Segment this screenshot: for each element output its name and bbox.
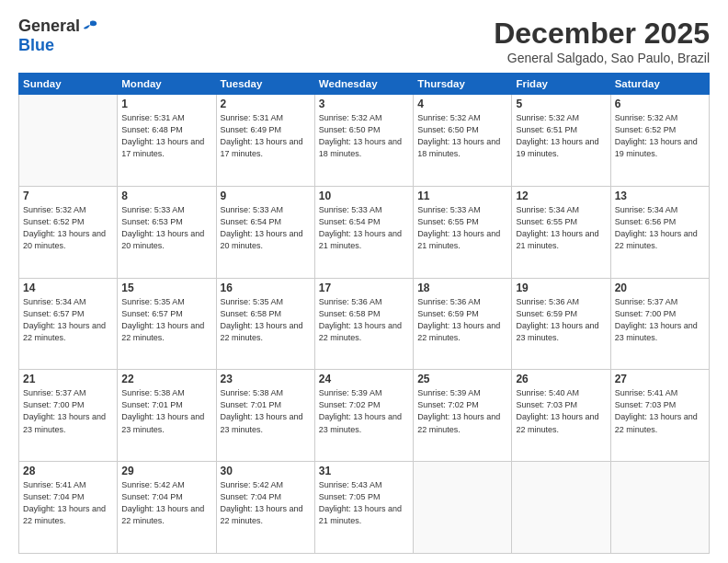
day-number: 18 xyxy=(417,282,507,294)
table-row: 3Sunrise: 5:32 AMSunset: 6:50 PMDaylight… xyxy=(314,95,413,187)
table-row: 6Sunrise: 5:32 AMSunset: 6:52 PMDaylight… xyxy=(610,95,709,187)
table-row: 22Sunrise: 5:38 AMSunset: 7:01 PMDayligh… xyxy=(118,370,216,462)
table-row: 11Sunrise: 5:33 AMSunset: 6:55 PMDayligh… xyxy=(414,186,512,278)
table-row: 2Sunrise: 5:31 AMSunset: 6:49 PMDaylight… xyxy=(216,95,314,187)
table-row: 28Sunrise: 5:41 AMSunset: 7:04 PMDayligh… xyxy=(19,462,118,554)
table-row: 5Sunrise: 5:32 AMSunset: 6:51 PMDaylight… xyxy=(512,95,610,187)
table-row: 18Sunrise: 5:36 AMSunset: 6:59 PMDayligh… xyxy=(414,278,512,370)
day-number: 16 xyxy=(221,282,311,294)
day-number: 15 xyxy=(121,282,211,294)
day-number: 30 xyxy=(221,465,311,477)
location: General Salgado, Sao Paulo, Brazil xyxy=(494,51,710,65)
col-monday: Monday xyxy=(118,74,216,95)
day-info: Sunrise: 5:37 AMSunset: 7:00 PMDaylight:… xyxy=(615,296,705,344)
day-number: 7 xyxy=(23,190,113,202)
day-info: Sunrise: 5:32 AMSunset: 6:50 PMDaylight:… xyxy=(417,112,507,160)
calendar-week-row: 7Sunrise: 5:32 AMSunset: 6:52 PMDaylight… xyxy=(19,186,710,278)
day-number: 8 xyxy=(121,190,211,202)
table-row: 12Sunrise: 5:34 AMSunset: 6:55 PMDayligh… xyxy=(512,186,610,278)
table-row: 14Sunrise: 5:34 AMSunset: 6:57 PMDayligh… xyxy=(19,278,118,370)
table-row: 1Sunrise: 5:31 AMSunset: 6:48 PMDaylight… xyxy=(118,95,216,187)
day-info: Sunrise: 5:34 AMSunset: 6:57 PMDaylight:… xyxy=(23,296,113,344)
table-row: 15Sunrise: 5:35 AMSunset: 6:57 PMDayligh… xyxy=(118,278,216,370)
day-number: 24 xyxy=(319,373,409,385)
logo: General Blue xyxy=(18,17,98,55)
table-row xyxy=(610,462,709,554)
table-row: 26Sunrise: 5:40 AMSunset: 7:03 PMDayligh… xyxy=(512,370,610,462)
title-block: December 2025 General Salgado, Sao Paulo… xyxy=(494,17,710,65)
day-info: Sunrise: 5:32 AMSunset: 6:52 PMDaylight:… xyxy=(615,112,705,160)
col-thursday: Thursday xyxy=(414,74,512,95)
day-info: Sunrise: 5:34 AMSunset: 6:55 PMDaylight:… xyxy=(516,204,606,252)
table-row xyxy=(414,462,512,554)
day-number: 17 xyxy=(319,282,409,294)
day-info: Sunrise: 5:35 AMSunset: 6:57 PMDaylight:… xyxy=(121,296,211,344)
day-number: 10 xyxy=(319,190,409,202)
day-info: Sunrise: 5:31 AMSunset: 6:49 PMDaylight:… xyxy=(221,112,311,160)
table-row: 16Sunrise: 5:35 AMSunset: 6:58 PMDayligh… xyxy=(216,278,314,370)
table-row: 27Sunrise: 5:41 AMSunset: 7:03 PMDayligh… xyxy=(610,370,709,462)
calendar: Sunday Monday Tuesday Wednesday Thursday… xyxy=(18,73,710,554)
table-row xyxy=(512,462,610,554)
day-number: 29 xyxy=(121,465,211,477)
day-number: 1 xyxy=(121,98,211,110)
logo-general: General xyxy=(18,17,80,36)
table-row xyxy=(19,95,118,187)
calendar-week-row: 14Sunrise: 5:34 AMSunset: 6:57 PMDayligh… xyxy=(19,278,710,370)
day-number: 23 xyxy=(221,373,311,385)
day-info: Sunrise: 5:37 AMSunset: 7:00 PMDaylight:… xyxy=(23,387,113,435)
table-row: 23Sunrise: 5:38 AMSunset: 7:01 PMDayligh… xyxy=(216,370,314,462)
day-info: Sunrise: 5:31 AMSunset: 6:48 PMDaylight:… xyxy=(121,112,211,160)
day-number: 28 xyxy=(23,465,113,477)
table-row: 13Sunrise: 5:34 AMSunset: 6:56 PMDayligh… xyxy=(610,186,709,278)
day-info: Sunrise: 5:32 AMSunset: 6:51 PMDaylight:… xyxy=(516,112,606,160)
day-info: Sunrise: 5:41 AMSunset: 7:04 PMDaylight:… xyxy=(23,479,113,527)
table-row: 4Sunrise: 5:32 AMSunset: 6:50 PMDaylight… xyxy=(414,95,512,187)
day-info: Sunrise: 5:43 AMSunset: 7:05 PMDaylight:… xyxy=(319,479,409,527)
col-sunday: Sunday xyxy=(19,74,118,95)
col-saturday: Saturday xyxy=(610,74,709,95)
header: General Blue December 2025 General Salga… xyxy=(18,17,710,65)
day-info: Sunrise: 5:40 AMSunset: 7:03 PMDaylight:… xyxy=(516,387,606,435)
day-number: 26 xyxy=(516,373,606,385)
page: General Blue December 2025 General Salga… xyxy=(0,0,728,563)
table-row: 21Sunrise: 5:37 AMSunset: 7:00 PMDayligh… xyxy=(19,370,118,462)
day-number: 6 xyxy=(615,98,705,110)
table-row: 25Sunrise: 5:39 AMSunset: 7:02 PMDayligh… xyxy=(414,370,512,462)
col-friday: Friday xyxy=(512,74,610,95)
day-number: 3 xyxy=(319,98,409,110)
day-info: Sunrise: 5:33 AMSunset: 6:55 PMDaylight:… xyxy=(417,204,507,252)
day-info: Sunrise: 5:39 AMSunset: 7:02 PMDaylight:… xyxy=(417,387,507,435)
day-info: Sunrise: 5:41 AMSunset: 7:03 PMDaylight:… xyxy=(615,387,705,435)
day-info: Sunrise: 5:33 AMSunset: 6:54 PMDaylight:… xyxy=(319,204,409,252)
day-info: Sunrise: 5:42 AMSunset: 7:04 PMDaylight:… xyxy=(221,479,311,527)
day-number: 27 xyxy=(615,373,705,385)
col-tuesday: Tuesday xyxy=(216,74,314,95)
day-info: Sunrise: 5:32 AMSunset: 6:50 PMDaylight:… xyxy=(319,112,409,160)
calendar-week-row: 28Sunrise: 5:41 AMSunset: 7:04 PMDayligh… xyxy=(19,462,710,554)
table-row: 10Sunrise: 5:33 AMSunset: 6:54 PMDayligh… xyxy=(314,186,413,278)
day-number: 13 xyxy=(615,190,705,202)
day-info: Sunrise: 5:38 AMSunset: 7:01 PMDaylight:… xyxy=(221,387,311,435)
calendar-week-row: 21Sunrise: 5:37 AMSunset: 7:00 PMDayligh… xyxy=(19,370,710,462)
table-row: 7Sunrise: 5:32 AMSunset: 6:52 PMDaylight… xyxy=(19,186,118,278)
table-row: 29Sunrise: 5:42 AMSunset: 7:04 PMDayligh… xyxy=(118,462,216,554)
table-row: 19Sunrise: 5:36 AMSunset: 6:59 PMDayligh… xyxy=(512,278,610,370)
day-number: 9 xyxy=(221,190,311,202)
calendar-header-row: Sunday Monday Tuesday Wednesday Thursday… xyxy=(19,74,710,95)
day-info: Sunrise: 5:32 AMSunset: 6:52 PMDaylight:… xyxy=(23,204,113,252)
day-info: Sunrise: 5:35 AMSunset: 6:58 PMDaylight:… xyxy=(221,296,311,344)
day-number: 19 xyxy=(516,282,606,294)
calendar-week-row: 1Sunrise: 5:31 AMSunset: 6:48 PMDaylight… xyxy=(19,95,710,187)
month-year: December 2025 xyxy=(494,17,710,51)
table-row: 9Sunrise: 5:33 AMSunset: 6:54 PMDaylight… xyxy=(216,186,314,278)
table-row: 24Sunrise: 5:39 AMSunset: 7:02 PMDayligh… xyxy=(314,370,413,462)
table-row: 8Sunrise: 5:33 AMSunset: 6:53 PMDaylight… xyxy=(118,186,216,278)
table-row: 30Sunrise: 5:42 AMSunset: 7:04 PMDayligh… xyxy=(216,462,314,554)
day-number: 11 xyxy=(417,190,507,202)
day-number: 14 xyxy=(23,282,113,294)
day-info: Sunrise: 5:36 AMSunset: 6:59 PMDaylight:… xyxy=(516,296,606,344)
logo-blue: Blue xyxy=(18,36,98,55)
day-info: Sunrise: 5:38 AMSunset: 7:01 PMDaylight:… xyxy=(121,387,211,435)
day-number: 20 xyxy=(615,282,705,294)
